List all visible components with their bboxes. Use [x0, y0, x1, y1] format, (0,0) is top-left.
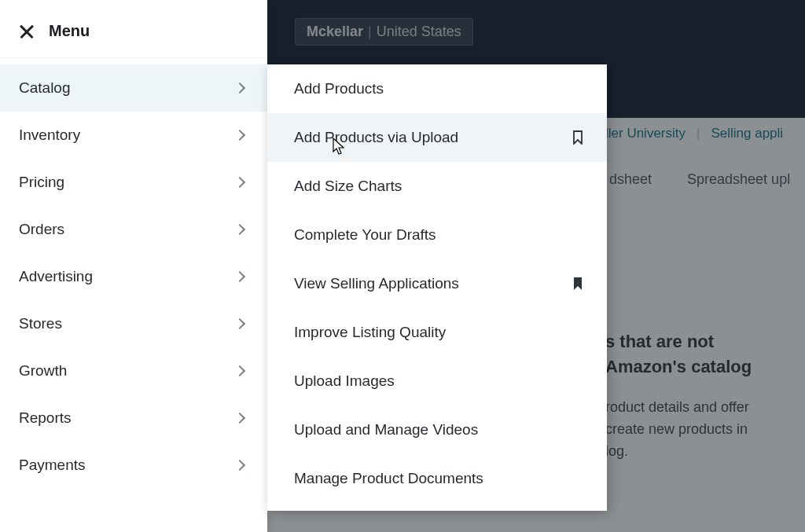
menu-title: Menu — [49, 22, 90, 40]
sidebar-item-label: Catalog — [19, 79, 71, 97]
submenu-item-label: Add Size Charts — [294, 178, 402, 195]
sidebar-item-payments[interactable]: Payments — [0, 442, 267, 489]
sidebar-item-orders[interactable]: Orders — [0, 206, 267, 253]
submenu-item-label: Complete Your Drafts — [294, 226, 436, 244]
chevron-right-icon — [234, 460, 245, 471]
chevron-right-icon — [234, 365, 245, 376]
sidebar-item-label: Pricing — [19, 174, 64, 191]
sidebar-item-stores[interactable]: Stores — [0, 300, 267, 347]
chevron-right-icon — [234, 318, 245, 329]
submenu-item[interactable]: Add Products — [267, 64, 607, 113]
chevron-right-icon — [234, 177, 245, 188]
sidebar-item-label: Stores — [19, 315, 62, 332]
sidebar-item-label: Payments — [19, 457, 85, 474]
submenu-item-label: Add Products via Upload — [294, 129, 458, 146]
chevron-right-icon — [234, 83, 245, 94]
menu-items: CatalogInventoryPricingOrdersAdvertising… — [0, 58, 267, 489]
sidebar-item-label: Growth — [19, 362, 67, 380]
sidebar-item-inventory[interactable]: Inventory — [0, 112, 267, 159]
sidebar-item-reports[interactable]: Reports — [0, 394, 267, 442]
submenu-item[interactable]: Manage Product Documents — [267, 454, 607, 503]
submenu-item[interactable]: Upload and Manage Videos — [267, 405, 607, 454]
sidebar-item-label: Advertising — [19, 268, 93, 285]
submenu-item-label: Add Products — [294, 80, 384, 97]
close-icon[interactable] — [19, 24, 35, 39]
chevron-right-icon — [234, 271, 245, 282]
sidebar-item-growth[interactable]: Growth — [0, 347, 267, 394]
sidebar-item-label: Reports — [19, 409, 72, 427]
sidebar-item-label: Orders — [19, 221, 64, 238]
chevron-right-icon — [234, 130, 245, 141]
submenu-item[interactable]: Upload Images — [267, 357, 607, 405]
menu-header: Menu — [0, 0, 267, 58]
sidebar-item-advertising[interactable]: Advertising — [0, 253, 267, 300]
submenu-item-label: Upload and Manage Videos — [294, 421, 478, 438]
catalog-submenu: Add ProductsAdd Products via UploadAdd S… — [267, 64, 607, 511]
submenu-item[interactable]: Add Products via Upload — [267, 113, 607, 162]
sidebar-item-pricing[interactable]: Pricing — [0, 159, 267, 206]
sidebar-item-catalog[interactable]: Catalog — [0, 64, 267, 112]
bookmark-filled-icon[interactable] — [572, 277, 583, 291]
chevron-right-icon — [234, 413, 245, 424]
submenu-item-label: Manage Product Documents — [294, 470, 483, 487]
submenu-item[interactable]: Add Size Charts — [267, 162, 607, 211]
sidebar-item-label: Inventory — [19, 127, 80, 144]
submenu-item-label: View Selling Applications — [294, 275, 459, 292]
submenu-item[interactable]: Complete Your Drafts — [267, 211, 607, 259]
submenu-item[interactable]: View Selling Applications — [267, 259, 607, 308]
submenu-item-label: Upload Images — [294, 372, 395, 390]
submenu-item[interactable]: Improve Listing Quality — [267, 308, 607, 357]
bookmark-outline-icon[interactable] — [572, 130, 583, 145]
submenu-item-label: Improve Listing Quality — [294, 324, 446, 341]
main-menu-sidebar: Menu CatalogInventoryPricingOrdersAdvert… — [0, 0, 267, 532]
chevron-right-icon — [234, 224, 245, 235]
